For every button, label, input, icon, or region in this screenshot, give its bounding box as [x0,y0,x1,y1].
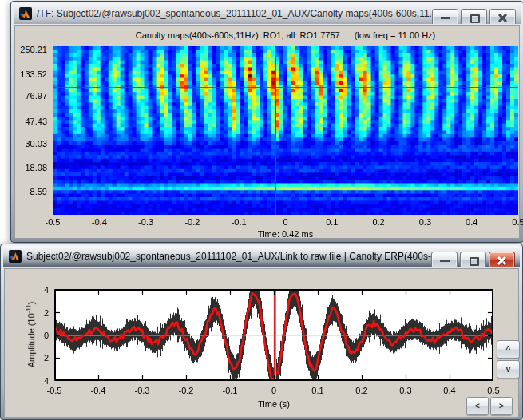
x-tick-label: 0.3 [390,386,422,395]
page-next-button[interactable]: > [490,397,513,415]
restore-icon [470,14,480,23]
x-tick-label: 0.2 [346,386,378,395]
x-tick-label: 0.5 [502,217,523,227]
matlab-app-icon [19,7,32,20]
erp-window: Subject02/@rawsubj002_spontaneous_201111… [0,244,523,420]
tf-window: /TF: Subject02/@rawsubj002_spontaneous_2… [10,1,523,243]
close-button[interactable] [489,9,516,24]
tf-window-titlebar[interactable]: /TF: Subject02/@rawsubj002_spontaneous_2… [14,3,521,24]
x-tick-label: 0.4 [456,217,488,227]
y-tick-label: 250.21 [11,45,47,54]
restore-button[interactable] [461,9,487,24]
x-tick-label: 0.1 [316,217,348,227]
minimize-icon [440,260,450,262]
y-tick-label: 8.59 [11,187,47,196]
x-tick-label: 0.3 [409,217,441,227]
x-tick-label: 0 [258,386,290,395]
x-tick-label: 0.2 [363,217,394,227]
minimize-button[interactable] [431,252,458,267]
tf-heatmap-canvas[interactable] [53,46,518,215]
tf-plot-title: Canolty maps(400s-600s,11Hz): RO1, all: … [53,30,518,40]
x-tick-label: -0.1 [223,217,255,227]
minimize-button[interactable] [432,9,458,24]
x-tick-label: 0.1 [302,386,334,395]
x-tick-label: 0.4 [434,386,466,395]
close-button[interactable] [489,252,515,267]
x-tick-label: -0.4 [82,386,114,395]
erp-x-axis-label: Time (s) [194,399,354,409]
minimize-icon [441,17,450,19]
matlab-app-icon [9,250,22,263]
x-tick-label: -0.2 [170,386,202,395]
y-tick-label: 133.52 [11,69,47,79]
x-tick-label: -0.5 [37,217,69,227]
scale-down-button[interactable]: v [497,360,520,378]
erp-y-axis-label: Amplitude (10-11) [25,283,36,386]
scale-up-button[interactable]: ^ [497,340,520,359]
page-previous-button[interactable]: < [466,397,489,415]
tf-cursor-status: Time: 0.42 ms [53,229,518,239]
x-tick-label: -0.3 [130,217,162,227]
x-tick-label: -0.5 [38,386,70,395]
erp-window-titlebar[interactable]: Subject02/@rawsubj002_spontaneous_201111… [3,246,520,267]
x-tick-label: 0 [270,217,302,227]
x-tick-label: -0.4 [83,217,115,227]
x-tick-label: -0.2 [176,217,208,227]
restore-icon [470,257,479,266]
x-tick-label: 0.5 [477,386,509,395]
desktop: /TF: Subject02/@rawsubj002_spontaneous_2… [0,0,523,420]
y-tick-label: 30.03 [11,139,47,149]
x-tick-label: -0.3 [126,386,158,395]
erp-plot-canvas[interactable] [54,289,493,381]
restore-button[interactable] [460,252,486,267]
tf-window-title: /TF: Subject02/@rawsubj002_spontaneous_2… [37,8,438,19]
erp-window-title: Subject02/@rawsubj002_spontaneous_201111… [26,251,439,262]
y-tick-label: 76.97 [11,91,47,101]
y-tick-label: 47.43 [11,117,47,126]
x-tick-label: -0.1 [214,386,246,395]
y-tick-label: 18.08 [11,163,47,172]
